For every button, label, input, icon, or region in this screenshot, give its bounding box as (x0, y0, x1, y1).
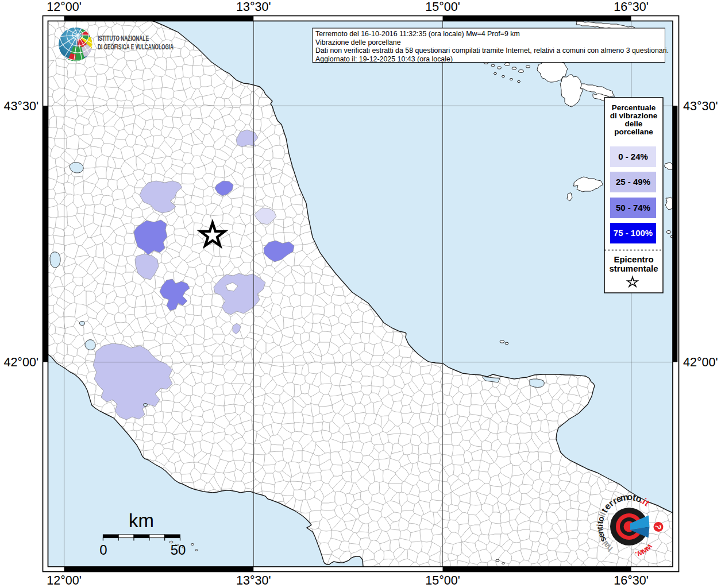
svg-text:42°00': 42°00' (3, 355, 38, 369)
svg-text:0: 0 (99, 542, 107, 558)
svg-text:43°30': 43°30' (683, 99, 718, 113)
svg-text:13°30': 13°30' (236, 0, 271, 14)
svg-text:Epicentro: Epicentro (614, 254, 653, 264)
svg-text:DI GEOFISICA E VULCANOLOGIA: DI GEOFISICA E VULCANOLOGIA (98, 42, 173, 51)
svg-text:strumentale: strumentale (609, 264, 658, 273)
svg-text:Terremoto del 16-10-2016 11:32: Terremoto del 16-10-2016 11:32:35 (ora l… (315, 30, 520, 38)
svg-text:0 - 24%: 0 - 24% (618, 152, 648, 161)
svg-text:16°30': 16°30' (614, 574, 649, 587)
svg-text:km: km (129, 510, 154, 531)
svg-text:ISTITUTO NAZIONALE: ISTITUTO NAZIONALE (98, 34, 149, 42)
svg-text:12°00': 12°00' (47, 574, 82, 587)
svg-text:Dati non verificati estratti d: Dati non verificati estratti da 58 quest… (315, 47, 669, 55)
svg-text:50: 50 (171, 542, 186, 558)
svg-text:75 - 100%: 75 - 100% (614, 228, 653, 238)
svg-text:Percentuale: Percentuale (612, 103, 656, 112)
svg-text:25 - 49%: 25 - 49% (616, 177, 650, 187)
svg-text:42°00': 42°00' (683, 355, 718, 369)
svg-text:porcellane: porcellane (614, 127, 653, 136)
svg-text:Vibrazione delle porcellane: Vibrazione delle porcellane (315, 38, 401, 47)
svg-text:16°30': 16°30' (614, 0, 649, 14)
svg-text:12°00': 12°00' (47, 0, 82, 14)
svg-text:Aggiornato il: 19-12-2025 10:4: Aggiornato il: 19-12-2025 10:43 (ora loc… (315, 55, 453, 63)
svg-text:delle: delle (625, 119, 643, 128)
svg-text:43°30': 43°30' (3, 99, 38, 113)
svg-text:di vibrazione: di vibrazione (610, 111, 658, 120)
svg-text:15°00': 15°00' (425, 0, 460, 14)
svg-text:13°30': 13°30' (236, 574, 271, 587)
svg-text:15°00': 15°00' (425, 574, 460, 587)
svg-text:50 - 74%: 50 - 74% (616, 203, 650, 212)
